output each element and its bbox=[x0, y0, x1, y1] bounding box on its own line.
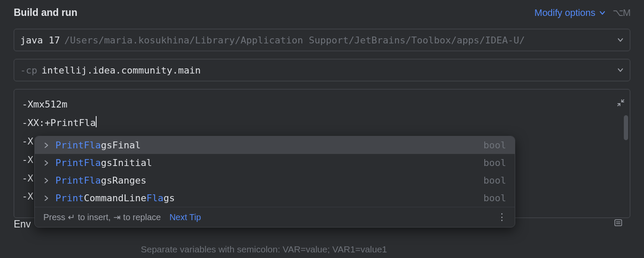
chevron-right-icon bbox=[43, 142, 49, 148]
autocomplete-popup: PrintFlagsFinalboolPrintFlagsInitialbool… bbox=[34, 136, 515, 227]
jdk-path-label: /Users/maria.kosukhina/Library/Applicati… bbox=[64, 35, 614, 46]
autocomplete-label: PrintFlagsRanges bbox=[55, 175, 477, 186]
jdk-selector[interactable]: java 17 /Users/maria.kosukhina/Library/A… bbox=[14, 29, 630, 51]
env-vars-hint: Separate variables with semicolon: VAR=v… bbox=[141, 244, 387, 255]
autocomplete-type: bool bbox=[483, 140, 506, 150]
shortcut-hint: ⌥M bbox=[613, 7, 630, 18]
classpath-value: intellij.idea.community.main bbox=[42, 65, 614, 76]
footer-replace-label: to replace bbox=[123, 212, 161, 222]
footer-insert-label: to insert, bbox=[78, 212, 111, 222]
scrollbar-thumb[interactable] bbox=[624, 115, 628, 140]
chevron-right-icon bbox=[43, 178, 49, 184]
modify-options-label: Modify options bbox=[535, 7, 595, 18]
autocomplete-label: PrintFlagsInitial bbox=[55, 157, 477, 168]
vm-option-line: -Xmx512m bbox=[22, 95, 622, 114]
chevron-down-icon bbox=[617, 67, 624, 74]
env-vars-label: Env bbox=[14, 218, 31, 230]
enter-key-icon: ↵ bbox=[68, 212, 75, 222]
autocomplete-item[interactable]: PrintCommandLineFlagsbool bbox=[35, 189, 515, 207]
collapse-icon[interactable] bbox=[617, 95, 625, 113]
jdk-version-label: java 17 bbox=[20, 35, 60, 46]
autocomplete-type: bool bbox=[483, 175, 506, 186]
chevron-right-icon bbox=[43, 195, 49, 201]
autocomplete-type: bool bbox=[483, 157, 506, 168]
autocomplete-label: PrintCommandLineFlags bbox=[55, 193, 477, 203]
kebab-menu-icon[interactable]: ⋮ bbox=[497, 212, 506, 223]
classpath-selector[interactable]: -cp intellij.idea.community.main bbox=[14, 59, 630, 81]
section-title: Build and run bbox=[14, 7, 77, 18]
text-cursor bbox=[96, 116, 97, 127]
tab-key-icon: ⇥ bbox=[113, 212, 121, 222]
chevron-down-icon bbox=[617, 37, 624, 43]
chevron-right-icon bbox=[43, 160, 49, 166]
svg-rect-0 bbox=[615, 220, 622, 226]
autocomplete-footer: Press ↵ to insert, ⇥ to replace Next Tip… bbox=[35, 207, 515, 227]
autocomplete-label: PrintFlagsFinal bbox=[55, 140, 477, 150]
classpath-prefix: -cp bbox=[20, 65, 37, 76]
autocomplete-item[interactable]: PrintFlagsRangesbool bbox=[35, 172, 515, 189]
autocomplete-type: bool bbox=[483, 193, 506, 203]
list-expand-icon[interactable] bbox=[614, 218, 623, 229]
footer-press-label: Press bbox=[43, 212, 65, 222]
chevron-down-icon bbox=[599, 9, 606, 16]
modify-options-link[interactable]: Modify options bbox=[535, 7, 606, 18]
next-tip-link[interactable]: Next Tip bbox=[170, 212, 201, 222]
vm-option-line: -XX:+PrintFla bbox=[22, 114, 622, 132]
autocomplete-item[interactable]: PrintFlagsInitialbool bbox=[35, 154, 515, 172]
autocomplete-item[interactable]: PrintFlagsFinalbool bbox=[35, 136, 515, 154]
